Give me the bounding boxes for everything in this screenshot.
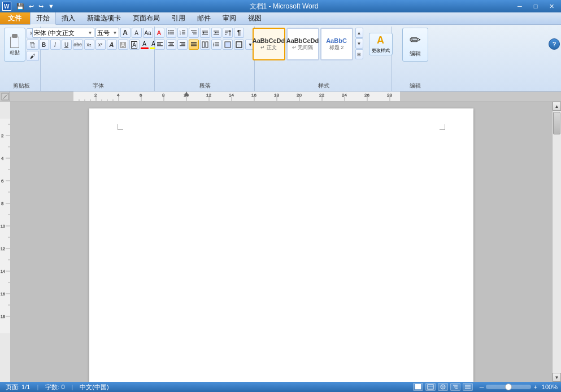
align-center-button[interactable] xyxy=(166,40,176,50)
new-tab-tab[interactable]: 新建选项卡 xyxy=(81,12,127,24)
bullets-button[interactable] xyxy=(166,28,176,38)
paste-clip-icon xyxy=(12,34,18,38)
change-styles-icon: A xyxy=(377,34,384,46)
align-left-button[interactable] xyxy=(155,40,165,50)
underline-button[interactable]: U xyxy=(62,40,72,50)
font-row2: B I U abc x₂ x² A A A A A xyxy=(39,40,158,50)
zoom-plus[interactable]: + xyxy=(533,384,537,390)
bold-button[interactable]: B xyxy=(39,40,49,50)
numbering-button[interactable]: 123 xyxy=(177,28,188,38)
scroll-track[interactable] xyxy=(553,111,561,373)
scroll-thumb[interactable] xyxy=(553,112,560,134)
border-button[interactable] xyxy=(234,40,244,50)
expand-quick-btn[interactable]: ▼ xyxy=(47,2,55,10)
redo-quick-btn[interactable]: ↪ xyxy=(37,2,45,11)
change-styles-button[interactable]: A 更改样式 xyxy=(369,33,393,55)
columns-button[interactable] xyxy=(200,40,210,50)
ruler-corner[interactable] xyxy=(0,92,10,101)
page-layout-tab[interactable]: 页面布局 xyxy=(127,12,166,24)
quick-access-toolbar: 💾 ↩ ↪ ▼ xyxy=(15,2,55,11)
view-tab[interactable]: 视图 xyxy=(242,12,268,24)
subscript-button[interactable]: x₂ xyxy=(84,40,94,50)
superscript-button[interactable]: x² xyxy=(95,40,106,50)
italic-button[interactable]: I xyxy=(50,40,60,50)
font-name-dropdown[interactable]: 宋体 (中文正文 ▼ xyxy=(32,28,94,38)
font-shrink-button[interactable]: A xyxy=(132,28,142,38)
minimize-button[interactable]: ─ xyxy=(512,1,527,11)
references-tab[interactable]: 引用 xyxy=(166,12,192,24)
status-divider1: | xyxy=(37,384,38,390)
style-scroll-expand[interactable]: ⊞ xyxy=(355,49,363,59)
undo-quick-btn[interactable]: ↩ xyxy=(28,2,35,11)
editing-button[interactable]: ✏ 编辑 xyxy=(402,28,428,62)
style-no-spacing[interactable]: AaBbCcDd ↵ 无间隔 xyxy=(286,28,319,60)
copy-button[interactable]: ⿻ xyxy=(27,40,39,50)
save-quick-btn[interactable]: 💾 xyxy=(15,2,25,11)
strikethrough-button[interactable]: abc xyxy=(73,40,83,50)
justify-button[interactable] xyxy=(189,40,199,50)
paste-button[interactable]: 粘贴 xyxy=(4,28,25,62)
help-button[interactable]: ? xyxy=(549,38,560,50)
font-row1: 宋体 (中文正文 ▼ 五号 ▼ A A Aa A xyxy=(32,28,164,38)
svg-text:10: 10 xyxy=(1,224,5,228)
text-effects-button[interactable]: A xyxy=(107,40,117,50)
style-scroll-up[interactable]: ▲ xyxy=(355,28,363,38)
svg-rect-55 xyxy=(400,92,561,101)
multilevel-button[interactable] xyxy=(189,28,199,38)
decrease-indent-button[interactable] xyxy=(200,28,210,38)
ribbon: 粘贴 ✂ ⿻ 🖌 剪贴板 xyxy=(0,25,561,92)
close-button[interactable]: ✕ xyxy=(544,1,559,11)
font-grow-button[interactable]: A xyxy=(120,28,131,38)
increase-indent-button[interactable] xyxy=(211,28,221,38)
char-border-button[interactable]: A xyxy=(129,40,140,50)
style-scroll-down[interactable]: ▼ xyxy=(355,38,363,49)
char-shading-button[interactable]: A xyxy=(118,40,128,50)
align-right-button[interactable] xyxy=(177,40,188,50)
style-normal[interactable]: AaBbCcDd ↵ 正文 xyxy=(253,28,285,60)
maximize-button[interactable]: □ xyxy=(528,1,543,11)
svg-rect-54 xyxy=(10,92,73,101)
view-draft-btn[interactable] xyxy=(463,383,473,391)
corner-marker-tl xyxy=(118,124,123,130)
style-no-spacing-label: ↵ 无间隔 xyxy=(292,44,314,51)
svg-text:20: 20 xyxy=(297,93,302,98)
svg-text:8: 8 xyxy=(162,93,165,98)
font-case-button[interactable]: Aa xyxy=(143,28,153,38)
status-right: ─ + 100% xyxy=(413,383,558,391)
document-content[interactable] xyxy=(123,131,440,357)
insert-tab[interactable]: 插入 xyxy=(56,12,81,24)
file-menu[interactable]: 文件 xyxy=(0,12,30,24)
mailings-tab[interactable]: 邮件 xyxy=(192,12,217,24)
ruler-corner-icon xyxy=(1,93,9,101)
view-outline-btn[interactable] xyxy=(450,383,460,391)
ribbon-content: 粘贴 ✂ ⿻ 🖌 剪贴板 xyxy=(0,25,561,92)
zoom-slider[interactable] xyxy=(486,385,531,389)
view-print-btn[interactable] xyxy=(413,383,423,391)
styles-group: AaBbCcDd ↵ 正文 AaBbCcDd ↵ 无间隔 AaBbC 标题 2 xyxy=(256,27,392,91)
line-spacing-button[interactable] xyxy=(211,40,221,50)
zoom-thumb[interactable] xyxy=(505,384,512,390)
home-tab[interactable]: 开始 xyxy=(30,12,56,25)
scroll-up-button[interactable]: ▲ xyxy=(553,102,561,111)
svg-point-5 xyxy=(168,30,169,31)
svg-text:4: 4 xyxy=(117,93,120,98)
sort-button[interactable] xyxy=(223,28,233,38)
scroll-down-button[interactable]: ▼ xyxy=(553,373,561,382)
corner-marker-tr xyxy=(440,124,445,130)
font-size-value: 五号 xyxy=(97,29,110,37)
svg-marker-24 xyxy=(215,32,216,34)
show-marks-button[interactable]: ¶ xyxy=(234,28,244,38)
font-size-dropdown[interactable]: 五号 ▼ xyxy=(95,28,119,38)
view-web-btn[interactable] xyxy=(438,383,448,391)
style-heading2[interactable]: AaBbC 标题 2 xyxy=(320,28,353,60)
paste-label: 粘贴 xyxy=(10,49,20,56)
svg-rect-48 xyxy=(225,42,231,47)
review-tab[interactable]: 审阅 xyxy=(217,12,242,24)
view-full-btn[interactable] xyxy=(425,383,436,391)
shading-button[interactable] xyxy=(223,40,233,50)
char-shading-icon: A xyxy=(120,42,126,48)
style-gallery: AaBbCcDd ↵ 正文 AaBbCcDd ↵ 无间隔 AaBbC 标题 2 xyxy=(253,28,353,60)
document-page[interactable] xyxy=(89,108,473,382)
zoom-minus[interactable]: ─ xyxy=(480,384,484,390)
format-painter-button[interactable]: 🖌 xyxy=(27,51,39,61)
